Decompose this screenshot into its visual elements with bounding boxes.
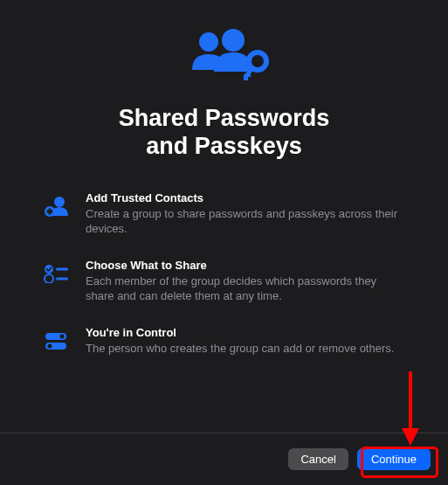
toggles-icon <box>44 328 70 354</box>
svg-point-0 <box>199 32 218 52</box>
svg-point-3 <box>254 59 260 65</box>
add-person-icon <box>44 193 70 219</box>
feature-text: Choose What to Share Each member of the … <box>86 259 404 304</box>
feature-add-contacts: Add Trusted Contacts Create a group to s… <box>44 191 404 237</box>
feature-title: Add Trusted Contacts <box>86 191 404 204</box>
svg-rect-9 <box>56 267 68 270</box>
svg-rect-7 <box>47 210 53 212</box>
dialog-footer: Cancel Continue <box>0 433 448 485</box>
title-line-2: and Passkeys <box>146 133 302 159</box>
feature-desc: The person who creates the group can add… <box>86 341 404 357</box>
svg-point-4 <box>54 197 65 207</box>
dialog-content: Shared Passwords and Passkeys Add Truste… <box>0 0 448 428</box>
feature-in-control: You're in Control The person who creates… <box>44 326 404 357</box>
svg-point-15 <box>48 343 52 348</box>
cancel-button[interactable]: Cancel <box>288 448 348 470</box>
checklist-icon <box>44 260 70 287</box>
feature-title: You're in Control <box>86 326 404 339</box>
feature-text: Add Trusted Contacts Create a group to s… <box>86 191 404 237</box>
svg-point-13 <box>60 334 65 338</box>
title-line-1: Shared Passwords <box>119 105 330 131</box>
shared-passwords-hero-icon <box>172 26 277 91</box>
feature-desc: Create a group to share passwords and pa… <box>86 206 404 237</box>
svg-point-1 <box>222 29 245 52</box>
svg-point-10 <box>45 274 53 283</box>
dialog-title: Shared Passwords and Passkeys <box>119 104 330 161</box>
features-list: Add Trusted Contacts Create a group to s… <box>44 191 404 357</box>
continue-button[interactable]: Continue <box>357 448 431 470</box>
feature-desc: Each member of the group decides which p… <box>86 274 404 304</box>
feature-text: You're in Control The person who creates… <box>86 326 404 357</box>
feature-title: Choose What to Share <box>86 259 404 272</box>
svg-point-8 <box>45 265 53 274</box>
svg-rect-11 <box>56 277 68 280</box>
feature-choose-share: Choose What to Share Each member of the … <box>44 259 404 304</box>
